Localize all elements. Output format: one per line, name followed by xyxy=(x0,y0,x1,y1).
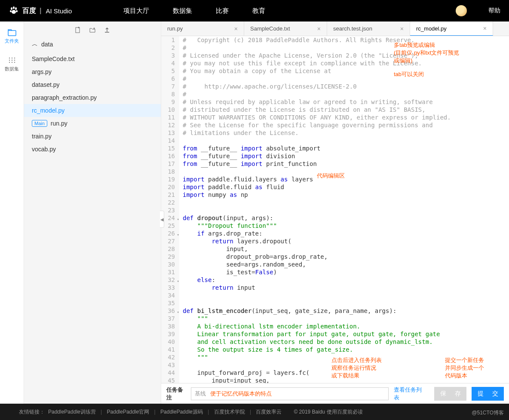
watermark: @51CTO博客 xyxy=(472,409,504,417)
svg-point-1 xyxy=(13,6,15,9)
editor-tabs: run.py×SampleCode.txt×search.test.json×r… xyxy=(161,21,509,36)
top-bar: 百度 | AI Studio 项目大厅 数据集 比赛 教育 帮助 xyxy=(0,0,509,21)
svg-point-11 xyxy=(14,60,15,61)
new-folder-icon[interactable] xyxy=(89,27,96,34)
file-item[interactable]: vocab.py xyxy=(24,143,161,156)
folder-icon xyxy=(8,29,16,36)
bottom-bar: 任务备注 基线 便于记忆代码版本的特点 查看任务列表 保 存 提 交 xyxy=(161,383,509,404)
logo[interactable]: 百度 | AI Studio xyxy=(9,6,72,16)
svg-point-3 xyxy=(10,10,12,12)
task-remark-input[interactable]: 基线 便于记忆代码版本的特点 xyxy=(191,387,389,400)
dataset-icon xyxy=(8,56,16,64)
footer-label: 友情链接： xyxy=(19,408,45,416)
logo-text-cn: 百度 xyxy=(22,6,36,15)
sidebar-files[interactable]: 文件夹 xyxy=(5,29,19,44)
tab-label: SampleCode.txt xyxy=(250,25,290,32)
svg-point-14 xyxy=(14,62,15,63)
editor-tab[interactable]: run.py× xyxy=(161,21,244,36)
save-button[interactable]: 保 存 xyxy=(434,387,466,401)
nav-datasets[interactable]: 数据集 xyxy=(173,7,192,15)
footer-link[interactable]: PaddlePaddle训练营 xyxy=(48,409,96,415)
nav-projects[interactable]: 项目大厅 xyxy=(123,7,149,15)
collapse-handle[interactable]: ◀ xyxy=(160,211,164,228)
tab-label: run.py xyxy=(167,25,183,32)
svg-point-9 xyxy=(9,60,9,61)
sidebar-datasets[interactable]: 数据集 xyxy=(5,56,19,72)
file-item[interactable]: dataset.py xyxy=(24,78,161,91)
svg-point-6 xyxy=(9,58,9,58)
file-name: vocab.py xyxy=(32,146,56,153)
submit-button[interactable]: 提 交 xyxy=(472,387,504,401)
footer-copyright: © 2019 Baidu 使用百度前必读 xyxy=(294,408,362,416)
logo-text-sub: AI Studio xyxy=(46,7,72,15)
upload-icon[interactable] xyxy=(104,27,110,34)
chevron-up-icon: ︿ xyxy=(32,40,38,48)
user-avatar[interactable] xyxy=(456,5,467,16)
task-remark-label: 任务备注 xyxy=(166,386,186,402)
svg-rect-5 xyxy=(8,31,16,36)
footer-link[interactable]: 百度效率云 xyxy=(256,409,282,415)
editor-tab[interactable]: SampleCode.txt× xyxy=(244,21,327,36)
baidu-paw-icon xyxy=(9,6,19,16)
footer-link[interactable]: PaddlePaddle官网 xyxy=(107,409,150,415)
file-item[interactable]: train.py xyxy=(24,130,161,143)
nav-education[interactable]: 教育 xyxy=(252,7,265,15)
file-name: train.py xyxy=(32,133,52,140)
file-item[interactable]: Mainrun.py xyxy=(24,117,161,130)
svg-point-8 xyxy=(14,58,15,58)
help-link[interactable]: 帮助 xyxy=(488,7,500,15)
footer: 友情链接： PaddlePaddle训练营 | PaddlePaddle官网 |… xyxy=(0,404,509,420)
file-name: SampleCode.txt xyxy=(32,55,75,62)
view-tasks-link[interactable]: 查看任务列表 xyxy=(394,386,423,402)
close-icon[interactable]: × xyxy=(400,25,404,32)
file-name: run.py xyxy=(51,120,67,127)
svg-point-4 xyxy=(16,10,18,12)
tab-label: rc_model.py xyxy=(416,25,447,32)
svg-rect-15 xyxy=(76,28,80,33)
close-icon[interactable]: × xyxy=(234,25,238,32)
footer-link[interactable]: PaddlePaddle源码 xyxy=(160,409,203,415)
code-editor[interactable]: 1# Copyright (c) 2018 PaddlePaddle Autho… xyxy=(161,36,509,383)
svg-point-13 xyxy=(11,62,12,63)
file-explorer: ︿ data SampleCode.txtargs.pydataset.pypa… xyxy=(24,21,161,404)
tab-label: search.test.json xyxy=(333,25,372,32)
file-name: dataset.py xyxy=(32,81,60,88)
svg-point-0 xyxy=(11,7,12,10)
top-nav: 项目大厅 数据集 比赛 教育 xyxy=(123,7,265,15)
svg-point-10 xyxy=(11,60,12,61)
file-name: rc_model.py xyxy=(32,107,64,114)
svg-point-7 xyxy=(11,58,12,58)
file-item[interactable]: SampleCode.txt xyxy=(24,52,161,65)
new-file-icon[interactable] xyxy=(74,27,81,34)
svg-point-2 xyxy=(15,7,17,10)
main-badge: Main xyxy=(32,120,47,127)
editor-area: run.py×SampleCode.txt×search.test.json×r… xyxy=(161,21,509,404)
nav-competitions[interactable]: 比赛 xyxy=(216,7,229,15)
left-sidebar: 文件夹 数据集 xyxy=(0,21,24,404)
file-name: args.py xyxy=(32,68,52,75)
close-icon[interactable]: × xyxy=(483,25,487,32)
file-item[interactable]: paragraph_extraction.py xyxy=(24,91,161,104)
svg-point-12 xyxy=(9,62,9,63)
file-item[interactable]: args.py xyxy=(24,65,161,78)
footer-link[interactable]: 百度技术学院 xyxy=(214,409,245,415)
close-icon[interactable]: × xyxy=(317,25,321,32)
editor-tab[interactable]: search.test.json× xyxy=(327,21,410,36)
editor-tab[interactable]: rc_model.py× xyxy=(410,21,493,36)
file-item[interactable]: rc_model.py xyxy=(24,104,161,117)
file-name: paragraph_extraction.py xyxy=(32,94,97,101)
folder-data[interactable]: ︿ data xyxy=(24,38,161,51)
